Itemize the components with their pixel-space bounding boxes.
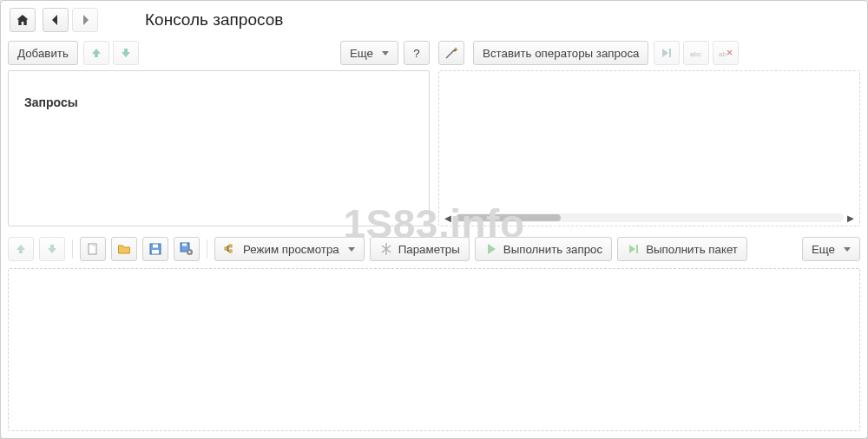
- page-title: Консоль запросов: [145, 10, 283, 29]
- horizontal-scrollbar[interactable]: ◄ ►: [443, 212, 856, 224]
- move-down-button[interactable]: [113, 41, 139, 65]
- arrow-right-icon: [78, 13, 92, 27]
- chevron-down-icon: [844, 247, 851, 252]
- forward-button[interactable]: [72, 8, 98, 32]
- upper-section: Добавить Еще: [8, 39, 860, 226]
- play-step-icon: [660, 46, 674, 60]
- parameters-icon: [379, 242, 393, 256]
- arrow-up-icon: [89, 46, 103, 60]
- left-more-button[interactable]: Еще: [340, 41, 398, 65]
- query-builder-button[interactable]: [438, 41, 464, 65]
- arrow-down-icon: [119, 46, 133, 60]
- execute-batch-label: Выполнить пакет: [646, 243, 738, 256]
- result-more-label: Еще: [812, 243, 835, 256]
- execute-batch-button[interactable]: Выполнить пакет: [617, 237, 747, 261]
- diskette-save-icon: [148, 242, 162, 256]
- view-mode-button[interactable]: Режим просмотра: [214, 237, 365, 261]
- home-icon: [16, 13, 30, 27]
- diskette-gear-icon: [180, 242, 194, 256]
- save-settings-button[interactable]: [174, 237, 200, 261]
- scrollbar-track: [455, 213, 844, 222]
- magic-wand-icon: [444, 46, 458, 60]
- play-batch-icon: [627, 242, 641, 256]
- svg-text:ab: ab: [719, 50, 727, 58]
- help-label: ?: [413, 47, 419, 60]
- right-toolbar: Вставить операторы запроса abc: [438, 39, 860, 70]
- queries-tree[interactable]: Запросы: [8, 70, 430, 226]
- help-button[interactable]: ?: [404, 41, 430, 65]
- svg-rect-7: [182, 244, 187, 246]
- scrollbar-thumb[interactable]: [457, 214, 561, 221]
- svg-text:abc: abc: [690, 50, 701, 58]
- svg-rect-5: [152, 250, 159, 254]
- parameters-button[interactable]: Параметры: [370, 237, 470, 261]
- left-pane: Добавить Еще: [8, 39, 430, 226]
- document-new-icon: [86, 242, 100, 256]
- add-button-label: Добавить: [17, 47, 69, 60]
- result-move-up-button[interactable]: [8, 237, 34, 261]
- scroll-right-icon: ►: [845, 213, 856, 223]
- app-window: 1S83.info Консоль запросов: [0, 0, 868, 439]
- query-text-area[interactable]: ◄ ►: [438, 70, 860, 226]
- divider: [207, 239, 207, 259]
- chevron-down-icon: [348, 247, 355, 252]
- svg-rect-11: [229, 245, 232, 247]
- svg-rect-4: [153, 245, 158, 248]
- insert-operators-label: Вставить операторы запроса: [483, 47, 639, 60]
- arrow-left-icon: [49, 13, 62, 27]
- result-toolbar: Режим просмотра Параметры Выполнить запр…: [8, 226, 860, 268]
- play-icon: [484, 242, 498, 256]
- right-pane: Вставить операторы запроса abc: [438, 39, 860, 226]
- text-abc-clear-icon: ab: [719, 46, 733, 60]
- text-abc-icon: abc: [689, 46, 703, 60]
- folder-open-icon: [117, 242, 131, 256]
- execute-query-button[interactable]: Выполнить запрос: [475, 237, 612, 261]
- parameters-label: Параметры: [398, 243, 460, 256]
- arrow-up-icon: [14, 242, 28, 256]
- move-up-button[interactable]: [83, 41, 109, 65]
- insert-operators-button[interactable]: Вставить операторы запроса: [473, 41, 648, 65]
- left-more-label: Еще: [350, 47, 373, 60]
- scroll-left-icon: ◄: [443, 213, 453, 223]
- run-step-button[interactable]: [654, 41, 680, 65]
- svg-rect-12: [229, 250, 232, 252]
- view-mode-label: Режим просмотра: [243, 243, 339, 256]
- result-more-button[interactable]: Еще: [802, 237, 860, 261]
- home-button[interactable]: [10, 8, 36, 32]
- text-clear-button[interactable]: ab: [713, 41, 739, 65]
- save-file-button[interactable]: [142, 237, 168, 261]
- text-mode-button[interactable]: abc: [683, 41, 709, 65]
- divider: [72, 239, 73, 259]
- result-area[interactable]: [8, 268, 860, 431]
- back-button[interactable]: [43, 8, 69, 32]
- new-file-button[interactable]: [80, 237, 106, 261]
- tree-root-node[interactable]: Запросы: [24, 95, 429, 109]
- result-move-down-button[interactable]: [39, 237, 65, 261]
- svg-point-9: [188, 251, 190, 252]
- chevron-down-icon: [382, 51, 389, 56]
- view-mode-icon: [224, 242, 238, 256]
- nav-bar: Консоль запросов: [8, 6, 860, 39]
- arrow-down-icon: [45, 242, 59, 256]
- execute-query-label: Выполнить запрос: [503, 243, 602, 256]
- left-toolbar: Добавить Еще: [8, 39, 430, 70]
- add-button[interactable]: Добавить: [8, 41, 78, 65]
- svg-rect-2: [89, 244, 96, 254]
- open-file-button[interactable]: [111, 237, 137, 261]
